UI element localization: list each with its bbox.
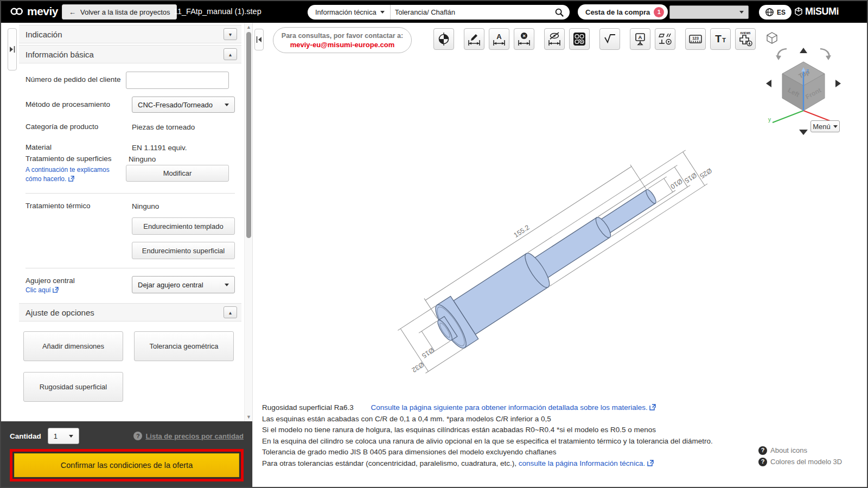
surface-roughness-button[interactable]: Rugosidad superficial xyxy=(23,372,123,402)
modify-button[interactable]: Modificar xyxy=(126,165,229,182)
section-indication-title: Indicación xyxy=(25,30,224,39)
section-indication[interactable]: Indicación ▾ xyxy=(19,25,241,43)
hide-dimension-button[interactable] xyxy=(544,28,565,50)
about-icons-label: About icons xyxy=(770,445,807,456)
order-number-label: Número de pedido del cliente xyxy=(25,72,126,84)
svg-text:A: A xyxy=(639,34,642,40)
rotate-up-icon[interactable] xyxy=(800,48,807,53)
annotation-label-button[interactable]: A xyxy=(630,28,650,50)
material-label: Material xyxy=(25,143,132,152)
viewer-menu-button[interactable]: Menú xyxy=(810,120,840,132)
back-to-projects-button[interactable]: ← Volver a la lista de proyectos xyxy=(62,4,177,20)
rotate-right-icon[interactable] xyxy=(820,49,831,60)
quantity-value: 1 xyxy=(54,432,58,440)
surface-treatment-help-link[interactable]: A continuación te explicamos cómo hacerl… xyxy=(25,166,110,183)
quench-hardening-label: Endurecimiento templado xyxy=(143,222,223,230)
add-dimensions-button[interactable]: Añadir dimensiones xyxy=(23,331,123,361)
sidebar-scrollbar[interactable]: ▲ ▼ xyxy=(244,23,252,421)
section-options-toggle[interactable]: ▴ xyxy=(224,306,237,318)
six-views-button[interactable]: 6VIEWS xyxy=(735,28,756,50)
material-value: EN 1.1191 equiv. xyxy=(132,144,187,152)
rotate-left-arrow-icon[interactable] xyxy=(766,80,771,87)
divider xyxy=(25,193,235,194)
scroll-up-icon[interactable]: ▲ xyxy=(245,24,253,30)
delete-dimension-button[interactable]: ✕ xyxy=(514,28,534,50)
quench-hardening-button[interactable]: Endurecimiento templado xyxy=(132,217,235,235)
rotate-right-arrow-icon[interactable] xyxy=(835,80,841,87)
delete-dimension-icon: ✕ xyxy=(517,32,531,46)
meviy-logo-icon xyxy=(9,4,25,18)
hole-pattern-icon xyxy=(572,32,586,46)
about-icons-link[interactable]: ? About icons xyxy=(758,445,842,456)
base-diameter-1: Ø15 xyxy=(420,346,435,360)
specification-notes: Rugosidad superficial Ra6.3 Consulte la … xyxy=(262,402,713,470)
viewer-canvas[interactable]: Para consultas, por favor contactar a: m… xyxy=(252,23,867,487)
center-hole-select[interactable]: Dejar agujero central xyxy=(132,276,235,293)
order-number-input[interactable] xyxy=(126,72,229,89)
sidebar-footer: Cantidad 1 ? Lista de precios por cantid… xyxy=(1,421,252,487)
note-line: Las esquinas están acabadas con C/R de 0… xyxy=(262,414,713,425)
rotate-left-icon[interactable] xyxy=(776,49,787,60)
datum-target-button[interactable] xyxy=(433,28,454,50)
cart-button[interactable]: Cesta de la compra 1 xyxy=(578,4,668,20)
measure-numbers-button[interactable]: 123 xyxy=(685,28,706,50)
back-label: Volver a la lista de proyectos xyxy=(80,8,170,16)
geometric-tolerance-button[interactable]: Tolerancia geométrica xyxy=(134,331,234,361)
meviy-logo[interactable]: meviy xyxy=(9,4,58,18)
contact-email[interactable]: meviy-eu@misumi-europe.com xyxy=(290,41,395,49)
edit-dimension-button[interactable] xyxy=(464,28,484,50)
surface-roughness-symbol-button[interactable] xyxy=(599,28,620,50)
surface-treatment-label: Tratamiento de superficies xyxy=(25,154,129,163)
section-indication-toggle[interactable]: ▾ xyxy=(224,28,237,40)
processing-method-select[interactable]: CNC-Fresado/Torneado xyxy=(132,97,235,113)
model-3d-view[interactable]: 155.2 Ø10 Ø15 Ø25 Ø15 Ø32 xyxy=(372,145,839,389)
topbar: meviy ← Volver a la lista de proyectos 1… xyxy=(1,1,867,23)
chevron-up-icon: ▴ xyxy=(229,52,232,57)
viewer-toolbar: A ✕ xyxy=(433,28,756,50)
surface-hardening-button[interactable]: Endurecimiento superficial xyxy=(132,242,235,259)
meviy-app: meviy ← Volver a la lista de proyectos 1… xyxy=(0,0,868,488)
price-list-link[interactable]: ? Lista de precios por cantidad xyxy=(133,432,244,440)
chevron-down-icon xyxy=(225,104,229,106)
topbar-select[interactable] xyxy=(669,5,749,19)
external-link-icon xyxy=(68,176,74,182)
section-options[interactable]: Ajuste de opciones ▴ xyxy=(19,303,241,322)
geometric-tolerance-button[interactable] xyxy=(655,28,675,50)
back-arrow-icon: ← xyxy=(69,8,76,16)
cube-outline-icon[interactable] xyxy=(767,33,777,43)
technical-info-link[interactable]: consulte la página Información técnica. xyxy=(519,459,654,467)
center-hole-help-link[interactable]: Clic aquí xyxy=(25,286,59,294)
language-button[interactable]: ES xyxy=(759,5,792,20)
scroll-down-icon[interactable]: ▼ xyxy=(245,414,253,420)
surface-treatment-value: Ninguno xyxy=(129,155,156,163)
rotate-down-icon[interactable] xyxy=(799,130,808,135)
panel-collapse-handle[interactable] xyxy=(254,29,264,50)
processing-method-label: Método de procesamiento xyxy=(25,97,132,109)
tip-diameter-1: Ø10 xyxy=(669,177,684,191)
note-line: Tolerancia de grado medio JIS B 0405 par… xyxy=(262,447,713,458)
text-size-button[interactable]: T T xyxy=(710,28,731,50)
section-basic-info[interactable]: Información básica ▴ xyxy=(19,45,241,63)
heat-treatment-value: Ninguno xyxy=(132,202,159,210)
hole-pattern-button[interactable] xyxy=(569,28,590,50)
text-dimension-button[interactable]: A xyxy=(489,28,509,50)
chevron-down-icon xyxy=(739,11,744,14)
model-colors-link[interactable]: ? Colores del modelo 3D xyxy=(758,456,842,467)
datum-target-icon xyxy=(437,32,451,46)
search-icon[interactable] xyxy=(554,8,564,17)
search-category-select[interactable]: Información técnica xyxy=(315,5,391,20)
product-category-value: Piezas de torneado xyxy=(132,123,195,131)
misumi-logo[interactable]: MiSUMi xyxy=(794,6,839,17)
external-link-icon xyxy=(647,460,654,466)
length-dimension: 155.2 xyxy=(513,223,531,239)
quantity-select[interactable]: 1 xyxy=(48,428,79,444)
search-input[interactable] xyxy=(391,8,554,16)
axes-triad: y x z xyxy=(768,67,839,126)
section-basic-info-toggle[interactable]: ▴ xyxy=(224,48,237,60)
sidebar-collapse-handle[interactable] xyxy=(8,28,17,70)
materials-info-link[interactable]: Consulte la página siguiente para obtene… xyxy=(371,403,656,412)
scrollbar-thumb[interactable] xyxy=(246,32,251,238)
turned-part-model[interactable] xyxy=(428,174,667,354)
confirm-offer-button[interactable]: Confirmar las condiciones de la oferta xyxy=(14,453,239,477)
viewer-help-links: ? About icons ? Colores del modelo 3D xyxy=(758,445,842,467)
